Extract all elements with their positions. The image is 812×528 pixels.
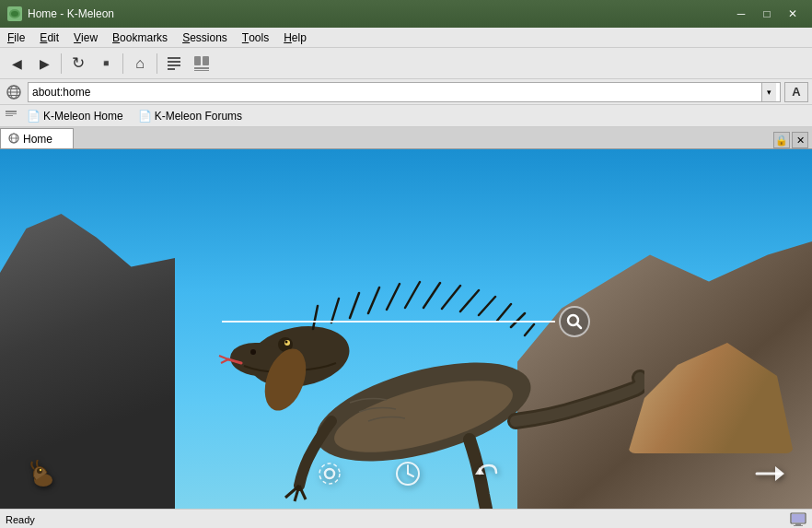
tab-home[interactable]: Home xyxy=(0,128,74,148)
svg-point-44 xyxy=(319,463,340,484)
svg-point-41 xyxy=(37,468,42,474)
tab-label: Home xyxy=(23,133,52,146)
clock-icon-btn[interactable] xyxy=(394,460,422,490)
window-controls: ─ □ ✕ xyxy=(729,5,805,23)
bottom-icons-bar xyxy=(0,457,812,492)
status-computer-icon xyxy=(790,512,806,527)
svg-line-37 xyxy=(221,359,228,363)
tab-icon xyxy=(8,133,19,146)
bookmark-icon-btn-1[interactable] xyxy=(161,51,187,76)
menu-bookmarks[interactable]: Bookmarks xyxy=(105,28,175,47)
svg-marker-50 xyxy=(775,466,784,481)
back-curved-icon-btn[interactable] xyxy=(472,460,500,490)
menu-bar: File Edit View Bookmarks Sessions Tools … xyxy=(0,28,812,48)
svg-rect-5 xyxy=(168,68,175,70)
svg-rect-6 xyxy=(194,56,201,65)
bookmark-label-1: K-Meleon Home xyxy=(43,110,123,123)
minimize-button[interactable]: ─ xyxy=(729,5,753,23)
svg-rect-8 xyxy=(194,67,209,69)
bookmarks-bar-icon xyxy=(4,109,18,123)
address-bar: ▾ A xyxy=(0,79,812,105)
search-button[interactable] xyxy=(559,306,590,337)
svg-line-47 xyxy=(408,474,413,476)
forward-arrow-icon-btn[interactable] xyxy=(755,461,786,489)
search-overlay xyxy=(222,306,590,337)
menu-sessions[interactable]: Sessions xyxy=(175,28,235,47)
menu-view[interactable]: View xyxy=(66,28,105,47)
svg-point-1 xyxy=(11,11,18,17)
svg-rect-9 xyxy=(194,70,209,71)
bottom-icon-dragon[interactable] xyxy=(26,457,61,492)
tab-bar: Home 🔒 ✕ xyxy=(0,127,812,149)
svg-marker-48 xyxy=(475,467,484,475)
bookmark-icon-2: 📄 xyxy=(138,110,152,123)
svg-line-39 xyxy=(577,324,582,329)
status-right xyxy=(790,512,806,527)
content-area xyxy=(0,149,812,509)
tab-close-btn[interactable]: ✕ xyxy=(792,132,808,148)
svg-point-43 xyxy=(325,469,334,478)
menu-edit[interactable]: Edit xyxy=(32,28,66,47)
toolbar: ◀ ▶ ↻ ◾ ⌂ xyxy=(0,48,812,79)
maximize-button[interactable]: □ xyxy=(755,5,779,23)
svg-rect-7 xyxy=(203,56,209,65)
bookmark-kmeleon-home[interactable]: 📄 K-Meleon Home xyxy=(20,107,130,125)
bookmark-label-2: K-Meleon Forums xyxy=(155,110,242,123)
menu-help[interactable]: Help xyxy=(276,28,314,47)
globe-icon xyxy=(4,82,24,102)
status-text: Ready xyxy=(6,514,35,525)
svg-rect-15 xyxy=(6,111,17,112)
address-input-wrap[interactable]: ▾ xyxy=(28,82,781,102)
menu-tools[interactable]: Tools xyxy=(235,28,276,47)
svg-point-27 xyxy=(285,341,288,344)
back-button[interactable]: ◀ xyxy=(4,51,29,76)
font-size-button[interactable]: A xyxy=(784,82,808,102)
settings-icon-btn[interactable] xyxy=(316,460,343,490)
menu-file[interactable]: File xyxy=(0,28,32,47)
svg-rect-16 xyxy=(6,113,17,114)
app-icon xyxy=(7,6,22,21)
search-icon xyxy=(566,313,583,330)
title-bar: Home - K-Meleon ─ □ ✕ xyxy=(0,0,812,28)
reload-button[interactable]: ↻ xyxy=(65,51,91,76)
bookmark-icon-btn-2[interactable] xyxy=(189,51,215,76)
forward-button[interactable]: ▶ xyxy=(31,51,57,76)
svg-line-36 xyxy=(219,356,228,359)
home-button[interactable]: ⌂ xyxy=(127,51,153,76)
svg-rect-2 xyxy=(168,57,180,59)
toolbar-separator-2 xyxy=(122,53,123,74)
bookmarks-bar: 📄 K-Meleon Home 📄 K-Meleon Forums xyxy=(0,105,812,127)
svg-rect-54 xyxy=(794,525,803,526)
window-title: Home - K-Meleon xyxy=(28,7,114,20)
toolbar-separator-1 xyxy=(61,53,62,74)
svg-rect-53 xyxy=(795,523,801,525)
svg-rect-52 xyxy=(792,514,805,522)
svg-rect-3 xyxy=(168,61,180,63)
svg-rect-17 xyxy=(6,115,13,116)
tab-bar-right: 🔒 ✕ xyxy=(770,132,812,148)
address-input[interactable] xyxy=(32,86,761,99)
title-bar-left: Home - K-Meleon xyxy=(7,6,114,21)
close-button[interactable]: ✕ xyxy=(781,5,805,23)
bottom-icons-center xyxy=(316,460,500,490)
bookmark-icon-1: 📄 xyxy=(27,110,41,123)
stop-button[interactable]: ◾ xyxy=(93,51,119,76)
tab-lock-btn[interactable]: 🔒 xyxy=(773,132,790,148)
toolbar-separator-3 xyxy=(157,53,157,74)
svg-rect-4 xyxy=(168,65,180,66)
search-underline xyxy=(222,321,555,323)
svg-point-42 xyxy=(40,469,41,471)
address-dropdown-arrow[interactable]: ▾ xyxy=(761,83,776,101)
svg-point-28 xyxy=(250,349,256,355)
status-bar: Ready xyxy=(0,509,812,528)
bookmark-kmeleon-forums[interactable]: 📄 K-Meleon Forums xyxy=(132,107,249,125)
